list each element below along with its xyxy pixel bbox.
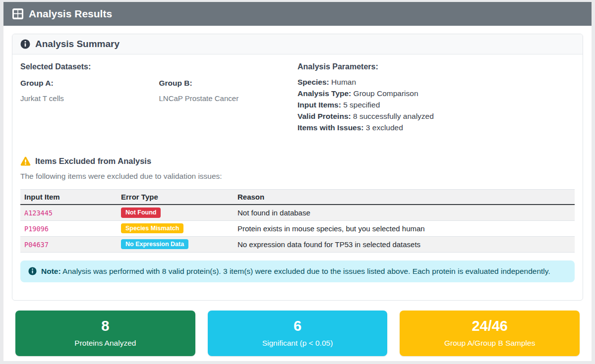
stat-card-significant: 6 Significant (p < 0.05) (208, 311, 388, 356)
group-b-value: LNCaP Prostate Cancer (159, 94, 298, 103)
param-items-with-issues: Items with Issues: 3 excluded (298, 122, 575, 134)
input-item-code: A123445 (24, 209, 53, 217)
group-a-label: Group A: (20, 79, 159, 88)
excluded-items-table: Input Item Error Type Reason A123445 Not… (20, 189, 575, 253)
selected-datasets-section: Selected Datasets: Group A: Jurkat T cel… (20, 62, 298, 134)
stat-card-proteins-analyzed: 8 Proteins Analyzed (15, 311, 195, 356)
table-row: A123445 Not Found Not found in database (20, 205, 575, 220)
reason-cell: Protein exists in mouse species, but you… (234, 220, 575, 236)
group-a-value: Jurkat T cells (20, 94, 159, 103)
input-item-code: P04637 (24, 241, 49, 249)
stat-value: 6 (213, 318, 383, 334)
stat-card-samples: 24/46 Group A/Group B Samples (400, 311, 580, 356)
summary-card-header: Analysis Summary (12, 34, 583, 54)
datasets-heading: Selected Datasets: (20, 62, 298, 71)
main-content: Analysis Summary Selected Datasets: Grou… (3, 26, 592, 356)
table-icon (12, 8, 23, 19)
group-a: Group A: Jurkat T cells (20, 79, 159, 103)
excluded-description: The following items were excluded due to… (20, 172, 575, 181)
note-alert: Note: Analysis was performed with 8 vali… (20, 260, 575, 282)
param-input-items: Input Items: 5 specified (298, 100, 575, 111)
stat-label: Group A/Group B Samples (405, 339, 575, 348)
stat-label: Proteins Analyzed (20, 339, 190, 348)
analysis-parameters-section: Analysis Parameters: Species: Human Anal… (298, 62, 575, 134)
warning-triangle-icon (20, 156, 31, 166)
stat-label: Significant (p < 0.05) (213, 339, 383, 348)
table-row: P19096 Species Mismatch Protein exists i… (20, 220, 575, 236)
reason-cell: No expression data found for TP53 in sel… (234, 236, 575, 252)
info-circle-icon (28, 267, 37, 275)
page: Analysis Results Analysis Summary Select… (3, 2, 592, 361)
summary-grid: Selected Datasets: Group A: Jurkat T cel… (20, 62, 575, 134)
param-analysis-type: Analysis Type: Group Comparison (298, 88, 575, 100)
group-b-label: Group B: (159, 79, 298, 88)
parameters-heading: Analysis Parameters: (298, 62, 575, 71)
stats-row: 8 Proteins Analyzed 6 Significant (p < 0… (15, 311, 580, 356)
error-badge: No Expression Data (121, 239, 188, 250)
info-circle-icon (20, 39, 30, 49)
note-text: Note: Analysis was performed with 8 vali… (41, 267, 550, 276)
error-badge: Not Found (121, 208, 161, 218)
excluded-items-section: Items Excluded from Analysis The followi… (20, 156, 575, 253)
excluded-heading: Items Excluded from Analysis (20, 156, 575, 166)
stat-value: 8 (20, 318, 190, 334)
input-item-code: P19096 (24, 225, 49, 233)
column-header-input-item: Input Item (20, 189, 117, 205)
table-header-row: Input Item Error Type Reason (20, 189, 575, 205)
column-header-reason: Reason (234, 189, 575, 205)
analysis-summary-card: Analysis Summary Selected Datasets: Grou… (12, 34, 583, 301)
param-species: Species: Human (298, 77, 575, 88)
page-title: Analysis Results (29, 8, 112, 20)
stat-value: 24/46 (405, 318, 575, 334)
summary-card-body: Selected Datasets: Group A: Jurkat T cel… (12, 54, 583, 300)
group-b: Group B: LNCaP Prostate Cancer (159, 79, 298, 103)
page-header: Analysis Results (3, 2, 592, 26)
excluded-heading-text: Items Excluded from Analysis (35, 156, 151, 166)
reason-cell: Not found in database (234, 205, 575, 220)
table-row: P04637 No Expression Data No expression … (20, 236, 575, 252)
error-badge: Species Mismatch (121, 223, 183, 234)
column-header-error-type: Error Type (117, 189, 234, 205)
summary-title: Analysis Summary (35, 39, 119, 50)
param-valid-proteins: Valid Proteins: 8 successfully analyzed (298, 111, 575, 122)
